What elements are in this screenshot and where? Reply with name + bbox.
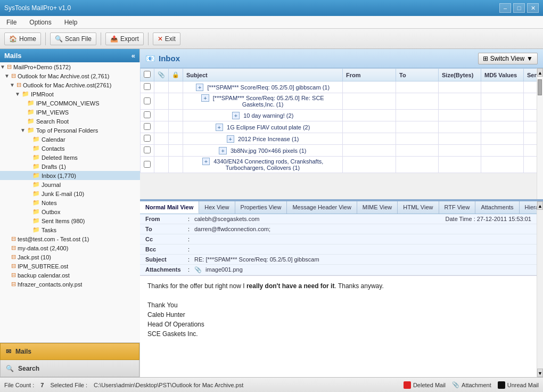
search-nav-button[interactable]: 🔍 Search	[0, 360, 139, 377]
select-all-checkbox[interactable]	[144, 71, 151, 78]
sidebar-item-junk[interactable]: 📁Junk E-mail (10)	[0, 189, 140, 198]
row-expand[interactable]: + [***SPAM*** Score/Req: 05.2/5.0] Re: S…	[183, 93, 343, 110]
expand-row-btn[interactable]: +	[232, 112, 240, 119]
row-expand[interactable]: + 4340/EN24 Connecting rods, Crankshafts…	[183, 157, 343, 173]
row-attach	[154, 81, 169, 93]
sidebar-item-views[interactable]: 📁IPM_VIEWS	[0, 108, 140, 117]
exit-button[interactable]: ✕ Exit	[153, 32, 180, 45]
tab-properties-view[interactable]: Properties View	[235, 201, 287, 214]
table-row[interactable]: + [***SPAM*** Score/Req: 05.2/5.0] Re: S…	[141, 93, 537, 110]
sidebar-item-outlook1[interactable]: ▼⊟Outlook for Mac Archive.ost (2,761)	[0, 71, 140, 80]
row-expand[interactable]: + 1G Eclipse FIAV cutout plate (2)	[183, 121, 343, 133]
row-checkbox[interactable]	[141, 133, 154, 145]
row-checkbox[interactable]	[141, 110, 154, 121]
sidebar-item-calendar[interactable]: 📁Calendar	[0, 135, 140, 144]
tab-html-view[interactable]: HTML View	[398, 201, 439, 214]
cc-label: Cc	[145, 236, 188, 242]
sidebar-item-ipmsubtree[interactable]: ⊟IPM_SUBTREE.ost	[0, 262, 140, 271]
sidebar-item-mailpro[interactable]: ▼⊟MailPro+Demo (5172)	[0, 62, 140, 71]
row-expand[interactable]: + 2012 Price Increase (1)	[183, 133, 343, 145]
row-checkbox[interactable]	[141, 93, 154, 110]
sidebar-item-contacts[interactable]: 📁Contacts	[0, 144, 140, 153]
sidebar-item-outlook2[interactable]: ▼⊟Outlook for Mac Archive.ost(2761)	[0, 80, 140, 89]
tab-message-header-view[interactable]: Message Header View	[287, 201, 357, 214]
menu-help[interactable]: Help	[61, 18, 81, 27]
minimize-button[interactable]: –	[499, 3, 511, 13]
sidebar-item-notes[interactable]: 📁Notes	[0, 198, 140, 207]
expand-icon: ▼	[4, 73, 10, 79]
home-button[interactable]: 🏠 Home	[4, 32, 41, 45]
expand-row-btn[interactable]: +	[219, 147, 226, 154]
table-row[interactable]: + 10 day warning! (2)	[141, 110, 537, 121]
row-select-checkbox[interactable]	[144, 161, 151, 168]
scroll-up-btn[interactable]: ▲	[537, 68, 543, 77]
row-select-checkbox[interactable]	[144, 146, 151, 153]
expand-row-btn[interactable]: +	[202, 158, 210, 165]
sidebar-item-ipmroot[interactable]: ▼📁IPMRoot	[0, 89, 140, 99]
row-select-checkbox[interactable]	[144, 135, 151, 142]
sidebar-item-journal[interactable]: 📁Journal	[0, 180, 140, 189]
row-expand[interactable]: + 3b8Nv.jpg 700×466 pixels (1)	[183, 145, 343, 157]
sidebar-item-deleted[interactable]: 📁Deleted Items	[0, 153, 140, 162]
table-row[interactable]: + 1G Eclipse FIAV cutout plate (2)	[141, 121, 537, 133]
row-select-checkbox[interactable]	[144, 83, 151, 90]
sidebar-item-hfrazer[interactable]: ⊟hfrazer_contacts.only.pst	[0, 280, 140, 289]
expand-row-btn[interactable]: +	[201, 94, 209, 102]
row-expand[interactable]: + 10 day warning! (2)	[183, 110, 343, 121]
sidebar-item-common_views[interactable]: 📁IPM_COMMON_VIEWS	[0, 99, 140, 108]
sidebar-item-tasks[interactable]: 📁Tasks	[0, 225, 140, 234]
sidebar-item-outbox[interactable]: 📁Outbox	[0, 207, 140, 216]
sidebar-collapse-icon[interactable]: «	[131, 52, 135, 60]
expand-row-btn[interactable]: +	[216, 124, 223, 131]
tab-mime-view[interactable]: MIME View	[357, 201, 398, 214]
email-list-scrollbar[interactable]: ▲ ▼	[537, 68, 543, 199]
switch-view-button[interactable]: ⊞ Switch View ▼	[478, 53, 538, 64]
tree-folder-icon: 📁	[27, 109, 35, 116]
scroll-thumb[interactable]	[538, 79, 542, 95]
sidebar-item-label: Deleted Items	[42, 154, 78, 161]
row-expand[interactable]: + [***SPAM*** Score/Req: 05.2/5.0] gibbs…	[183, 81, 343, 93]
sidebar-item-jack[interactable]: ⊟Jack.pst (10)	[0, 252, 140, 262]
mails-nav-button[interactable]: ✉ Mails	[0, 343, 139, 360]
row-checkbox[interactable]	[141, 157, 154, 173]
preview-scrollbar[interactable]: ▲ ▼	[537, 201, 543, 377]
row-checkbox[interactable]	[141, 81, 154, 93]
tab-rtf-view[interactable]: RTF View	[439, 201, 476, 214]
sidebar-item-test[interactable]: ⊟test@test.com - Test.ost (1)	[0, 234, 140, 243]
sidebar-item-mydata[interactable]: ⊟my-data.ost (2,400)	[0, 243, 140, 252]
sidebar-item-sent[interactable]: 📁Sent Items (980)	[0, 216, 140, 225]
row-select-checkbox[interactable]	[144, 97, 151, 104]
table-row[interactable]: + 2012 Price Increase (1)	[141, 133, 537, 145]
export-button[interactable]: 📤 Export	[105, 32, 144, 45]
switch-view-dropdown-icon: ▼	[526, 55, 533, 62]
row-checkbox[interactable]	[141, 145, 154, 157]
row-select-checkbox[interactable]	[144, 123, 151, 130]
table-row[interactable]: + 4340/EN24 Connecting rods, Crankshafts…	[141, 157, 537, 173]
tab-normal-mail-view[interactable]: Normal Mail View	[140, 201, 199, 214]
row-checkbox[interactable]	[141, 121, 154, 133]
row-from	[343, 145, 396, 157]
row-to	[396, 133, 439, 145]
menu-file[interactable]: File	[3, 18, 20, 27]
sidebar-item-drafts[interactable]: 📁Drafts (1)	[0, 162, 140, 171]
preview-section: Normal Mail View Hex View Properties Vie…	[140, 200, 543, 377]
sidebar-item-inbox[interactable]: 📁Inbox (1,770)	[0, 171, 140, 180]
tab-hex-view[interactable]: Hex View	[199, 201, 235, 214]
preview-scroll-up[interactable]: ▲	[537, 201, 543, 210]
tab-attachments[interactable]: Attachments	[475, 201, 519, 214]
table-row[interactable]: + [***SPAM*** Score/Req: 05.2/5.0] gibbs…	[141, 81, 537, 93]
tab-hierarc[interactable]: Hierarc	[520, 201, 537, 214]
expand-row-btn[interactable]: +	[196, 84, 203, 91]
row-lock	[169, 81, 183, 93]
scan-file-button[interactable]: 🔍 Scan File	[50, 32, 96, 45]
sidebar-item-top_personal[interactable]: ▼📁Top of Personal Folders	[0, 126, 140, 135]
sidebar-item-backup[interactable]: ⊟backup calendar.ost	[0, 271, 140, 280]
menu-options[interactable]: Options	[26, 18, 54, 27]
maximize-button[interactable]: □	[513, 3, 525, 13]
row-select-checkbox[interactable]	[144, 111, 151, 118]
sidebar-item-searchroot[interactable]: 📁Search Root	[0, 117, 140, 126]
expand-row-btn[interactable]: +	[227, 135, 234, 143]
title-bar: SysTools MailPro+ v1.0 – □ ✕	[0, 0, 543, 16]
table-row[interactable]: + 3b8Nv.jpg 700×466 pixels (1)	[141, 145, 537, 157]
close-button[interactable]: ✕	[527, 3, 539, 13]
